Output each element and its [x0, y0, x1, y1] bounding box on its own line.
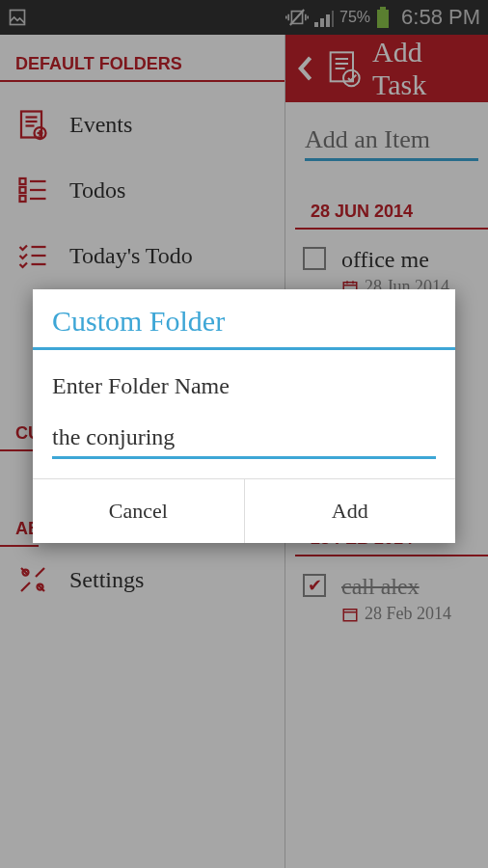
folder-name-input[interactable] [52, 419, 436, 459]
cancel-button[interactable]: Cancel [33, 479, 245, 543]
dialog-title: Custom Folder [33, 289, 455, 350]
dialog-buttons: Cancel Add [33, 478, 455, 543]
custom-folder-dialog: Custom Folder Enter Folder Name Cancel A… [33, 289, 455, 543]
add-button[interactable]: Add [245, 479, 456, 543]
dialog-label: Enter Folder Name [33, 350, 455, 409]
